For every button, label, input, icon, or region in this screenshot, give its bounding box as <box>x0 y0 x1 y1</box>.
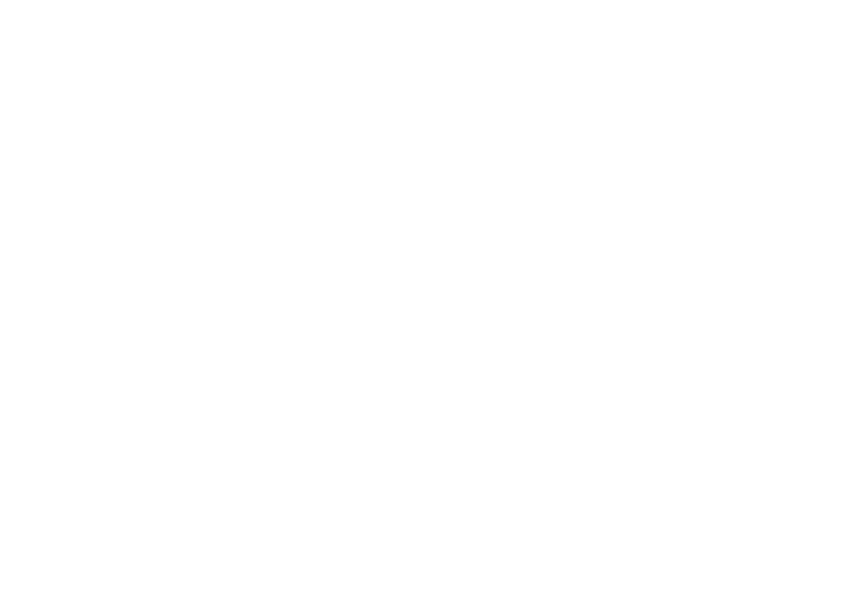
text-layer <box>0 0 868 591</box>
detection-info-block <box>42 23 61 328</box>
info-plae <box>42 277 61 287</box>
header-qz <box>386 2 391 12</box>
header-z <box>472 2 482 12</box>
footer-note <box>42 543 61 591</box>
info-cont-w <box>42 206 61 216</box>
elixer-report-page: { "header": { "ew": "EW: 0.6±0.2Å", "pla… <box>0 0 868 591</box>
header-timestamp <box>653 2 663 12</box>
header-plae <box>133 2 138 12</box>
